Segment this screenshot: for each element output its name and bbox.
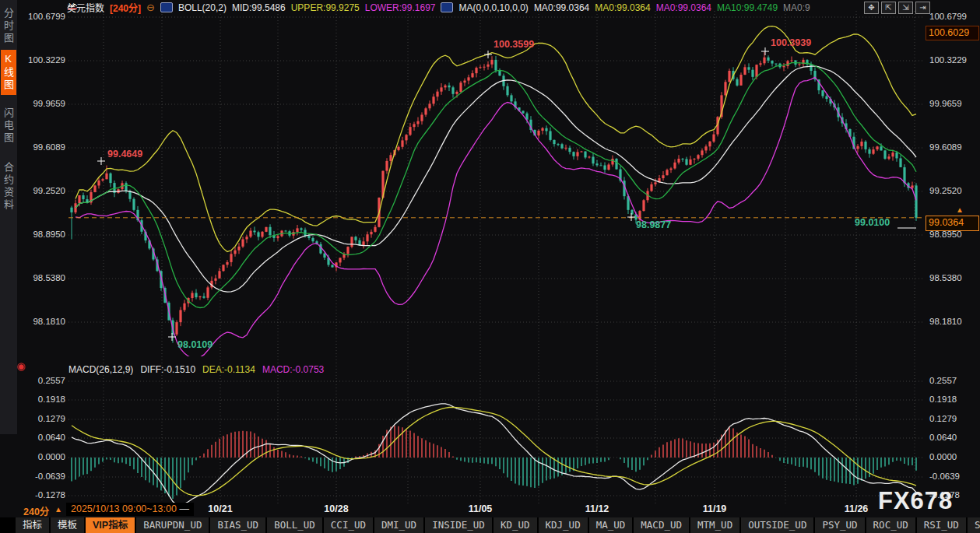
macd-diff-value: DIFF:-0.1510 [140, 364, 195, 375]
app-window: 分时图K线图闪电图合约资料 美元指数 [240分] ⊖ BOLL(20,2) M… [0, 0, 980, 533]
macd-dea-value: DEA:-0.1134 [202, 364, 255, 375]
macd-axis-right-label: -0.0639 [929, 472, 960, 481]
ma0-value-white: MA0:99.0364 [534, 2, 589, 13]
ma-indicator-icon[interactable] [441, 2, 453, 12]
y-axis-left-label: 98.8950 [25, 230, 65, 239]
tab-roc_ud[interactable]: ROC_UD [866, 517, 915, 533]
y-axis-left-label: 98.1810 [25, 317, 65, 326]
macd-axis-right-label: 0.0640 [929, 433, 957, 442]
bar-time-range-text: 2025/10/13 09:00~13:00 [71, 503, 177, 514]
boll-upper-value: UPPER:99.9275 [291, 2, 360, 13]
sidebar-item-kline-chart[interactable]: K线图 [1, 50, 16, 95]
macd-header: MACD(26,12,9) DIFF:-0.1510 DEA:-0.1134 M… [68, 364, 324, 375]
collapse-icon[interactable]: ⊖ [146, 2, 155, 12]
axis-left-icon[interactable]: ⇱ [881, 2, 896, 14]
y-axis-right-label: 99.9659 [929, 99, 962, 108]
ma0-value-gray: MA0:9 [783, 2, 810, 13]
tab-bias_ud[interactable]: BIAS_UD [210, 517, 265, 533]
x-axis-date-label: 10/21 [208, 503, 232, 514]
macd-axis-left-label: 0.2557 [25, 376, 65, 385]
high-price-badge: 100.6029 [926, 26, 979, 40]
macd-macd-value: MACD:-0.0753 [262, 364, 324, 375]
watermark-logo: FX678 [878, 487, 953, 515]
tab-inside_ud[interactable]: INSIDE_UD [425, 517, 492, 533]
tab-kdj_ud[interactable]: KDJ_UD [539, 517, 588, 533]
tab-kd_ud[interactable]: KD_UD [494, 517, 537, 533]
y-axis-right-label: 99.6089 [929, 142, 962, 152]
tab-macd_ud[interactable]: MACD_UD [634, 517, 689, 533]
x-axis-date-label: 11/05 [469, 503, 493, 514]
macd-axis-right-label: 0.1279 [929, 414, 957, 423]
macd-axis-left-label: -0.1278 [25, 490, 65, 500]
bar-time-range[interactable]: 2025/10/13 09:00~13:00 — [66, 503, 194, 516]
price-up-arrow-icon: ▲ [956, 205, 964, 214]
x-axis-date-label: 10/28 [324, 503, 348, 514]
y-axis-right-label: 98.5380 [929, 273, 962, 282]
tab-ma_ud[interactable]: MA_UD [589, 517, 633, 533]
indicator-tab-bar: 指标模板VIP指标BARUPDN_UDBIAS_UDBOLL_UDCCI_UDD… [0, 517, 980, 533]
tab-指标[interactable]: 指标 [16, 517, 49, 533]
x-axis-date-label: 11/12 [585, 503, 609, 514]
tab-dmi_ud[interactable]: DMI_UD [374, 517, 423, 533]
macd-axis-left-label: 0.0000 [25, 452, 65, 461]
pan-icon[interactable]: ✥ [864, 2, 879, 14]
tab-sma_ud[interactable]: SMA_UD [968, 517, 980, 533]
sidebar-item-time-chart[interactable]: 分时图 [1, 5, 16, 48]
macd-axis-left-label: 0.1279 [25, 414, 65, 423]
macd-label: MACD(26,12,9) [68, 364, 133, 375]
price-annotation: 100.3599 [494, 39, 534, 50]
ma0-value-yellow: MA0:99.0364 [595, 2, 650, 13]
timeframe-arrow-icon: ▲ [54, 505, 62, 514]
period-label: [240分] [110, 1, 141, 14]
sidebar-item-contract-info[interactable]: 合约资料 [1, 159, 16, 215]
tab-mtm_ud[interactable]: MTM_UD [690, 517, 739, 533]
tab-boll_ud[interactable]: BOLL_UD [267, 517, 322, 533]
y-axis-left-label: 98.5380 [25, 273, 65, 282]
macd-close-icon[interactable]: ◉ [16, 361, 26, 372]
tab-vip指标[interactable]: VIP指标 [86, 517, 135, 533]
ma0-value-magenta: MA0:99.0364 [656, 2, 711, 13]
sidebar-item-flash-chart[interactable]: 闪电图 [1, 104, 16, 148]
axis-right-icon[interactable]: ⇲ [898, 2, 913, 14]
price-annotation: 98.0109 [177, 339, 213, 350]
window-tool-icons: ✥⇱⇲⇥ [864, 2, 930, 14]
tab-psy_ud[interactable]: PSY_UD [815, 517, 864, 533]
macd-axis-left-label: 0.0640 [25, 433, 65, 442]
y-axis-right-label: 98.1810 [929, 317, 962, 326]
tab-outside_ud[interactable]: OUTSIDE_UD [741, 517, 813, 533]
y-axis-left-label: 99.2520 [25, 186, 65, 195]
timeframe-label[interactable]: 240分 [23, 503, 49, 518]
macd-axis-left-label: 0.1918 [25, 394, 65, 404]
x-axis-date-label: 11/19 [703, 503, 727, 514]
price-annotation: 99.0100 [855, 217, 890, 228]
macd-axis-right-label: 0.0000 [929, 452, 957, 461]
indicator-header: 美元指数 [240分] ⊖ BOLL(20,2) MID:99.5486 UPP… [67, 2, 810, 13]
macd-axis-right-label: 0.1918 [929, 394, 957, 404]
boll-indicator-icon[interactable] [160, 2, 173, 12]
tab-模板[interactable]: 模板 [51, 517, 84, 533]
y-axis-left-label: 100.6799 [25, 12, 65, 21]
y-axis-left-label: 99.6089 [25, 142, 65, 152]
current-price-box: 99.0364 [926, 216, 979, 231]
ma-label: MA(0,0,0,10,0,0) [458, 2, 528, 13]
ma10-value: MA10:99.4749 [717, 2, 778, 13]
y-axis-right-label: 100.6799 [929, 12, 967, 21]
tab-cci_ud[interactable]: CCI_UD [324, 517, 373, 533]
price-annotation: 100.3939 [771, 37, 811, 48]
y-axis-left-label: 100.3229 [25, 55, 65, 65]
y-axis-right-label: 100.3229 [929, 55, 967, 65]
y-axis-right-label: 99.2520 [929, 186, 962, 195]
boll-lower-value: LOWER:99.1697 [365, 2, 436, 13]
x-axis-row: 240分 ▲ 2025/10/13 09:00~13:00 — 10/2110/… [0, 503, 980, 517]
chart-canvas[interactable] [0, 0, 980, 533]
x-axis-date-label: 11/26 [845, 503, 869, 514]
y-axis-left-label: 99.9659 [25, 99, 65, 108]
bar-time-range-dash: — [179, 503, 189, 514]
tab-rsi_ud[interactable]: RSI_UD [917, 517, 966, 533]
macd-axis-right-label: 0.2557 [929, 376, 957, 385]
price-annotation: 99.4649 [107, 149, 142, 160]
boll-mid-value: MID:99.5486 [232, 2, 286, 13]
tab-barupdn_ud[interactable]: BARUPDN_UD [136, 517, 209, 533]
shift-right-icon[interactable]: ⇥ [915, 2, 930, 14]
boll-label: BOLL(20,2) [178, 2, 227, 13]
